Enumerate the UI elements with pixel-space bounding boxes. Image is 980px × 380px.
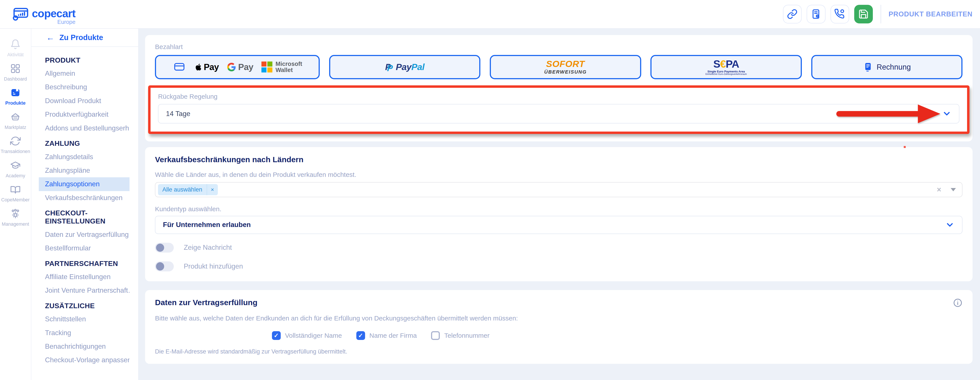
back-to-products-link[interactable]: ← Zu Produkte <box>31 28 138 47</box>
google-icon <box>227 62 236 72</box>
logo-text: copecart Europe <box>32 3 75 25</box>
broken-image-artifact <box>904 146 906 148</box>
support-call-button[interactable] <box>830 5 850 24</box>
checkbox-label: Telefonnummer <box>444 332 489 339</box>
nav-item-zahlungsdetails[interactable]: Zahlungsdetails <box>39 150 129 164</box>
payment-option-card-wallets[interactable]: Pay Pay <box>155 55 320 79</box>
checkbox-unchecked-icon[interactable] <box>431 331 440 340</box>
nav-item-allgemein[interactable]: Allgemein <box>39 67 129 80</box>
bell-icon <box>10 39 21 49</box>
nav-item-joint-venture[interactable]: Joint Venture Partnerschaft… <box>39 284 129 297</box>
copecart-card-icon <box>12 7 29 21</box>
main-content: Bezahlart Pay <box>139 28 980 380</box>
nav-item-zahlungsoptionen[interactable]: Zahlungsoptionen <box>39 177 129 191</box>
customer-type-select[interactable]: Für Unternehmen erlauben <box>155 216 963 234</box>
basket-icon <box>10 112 21 122</box>
checkbox-label: Name der Firma <box>369 332 417 339</box>
document-preview-icon <box>811 9 821 19</box>
dropdown-caret-icon[interactable] <box>951 188 956 191</box>
sidebar-item-produkte[interactable]: Produkte <box>0 85 31 109</box>
sidebar-item-label: Transaktionen <box>1 149 30 154</box>
nav-item-addons[interactable]: Addons und Bestellungserh… <box>39 122 129 135</box>
payment-method-row: Pay Pay <box>155 55 963 79</box>
chevron-down-icon <box>945 220 955 230</box>
sidebar-item-copemember[interactable]: CopeMember <box>0 182 31 206</box>
mode-label: PRODUKT BEARBEITEN <box>889 10 972 18</box>
payment-option-sofort[interactable]: SOFORT ÜBERWEISUNG <box>490 55 641 79</box>
chevron-down-icon <box>942 109 951 119</box>
copecart-logo[interactable]: copecart Europe <box>12 3 75 25</box>
nav-item-bestellformular[interactable]: Bestellformular <box>39 241 129 255</box>
add-product-toggle-row: Produkt hinzufügen <box>155 261 963 271</box>
return-policy-select[interactable]: 14 Tage <box>158 104 959 123</box>
grid-icon <box>10 63 21 74</box>
add-product-toggle[interactable] <box>155 261 174 271</box>
toggle-knob <box>156 244 164 252</box>
multiselect-controls: × <box>937 186 956 193</box>
nav-item-checkout-vorlage[interactable]: Checkout-Vorlage anpassen <box>39 353 129 367</box>
nav-heading-zahlung: ZAHLUNG <box>39 136 129 150</box>
sidebar-item-aktivitaet[interactable]: Aktivität <box>0 36 31 60</box>
checkbox-full-name[interactable]: ✓ Vollständiger Name <box>272 331 342 340</box>
tag-remove-icon[interactable]: × <box>207 184 218 195</box>
credit-card-icon <box>172 62 186 72</box>
microsoft-wallet-text: Microsoft Wallet <box>275 61 302 73</box>
save-button[interactable] <box>854 5 873 24</box>
checkbox-company-name[interactable]: ✓ Name der Firma <box>356 331 417 340</box>
clear-selection-icon[interactable]: × <box>937 186 941 193</box>
checkbox-phone-number[interactable]: Telefonnummer <box>431 331 489 340</box>
nav-heading-partnerschaften: PARTNERSCHAFTEN <box>39 256 129 270</box>
checkbox-checked-icon[interactable]: ✓ <box>272 331 281 340</box>
nav-heading-produkt: PRODUKT <box>39 53 129 67</box>
paypal-logo: P P PayPal <box>385 62 425 72</box>
nav-item-benachrichtigungen[interactable]: Benachrichtigungen <box>39 340 129 353</box>
header-actions: PRODUKT BEARBEITEN <box>783 5 975 24</box>
nav-item-produktverfuegbarkeit[interactable]: Produktverfügbarkeit <box>39 108 129 121</box>
payment-types-card: Bezahlart Pay <box>145 35 972 141</box>
nav-item-tracking[interactable]: Tracking <box>39 326 129 340</box>
annotation-arrow <box>835 104 940 124</box>
restrictions-title: Verkaufsbeschränkungen nach Ländern <box>155 155 963 164</box>
sidebar-item-label: Aktivität <box>7 52 24 57</box>
logo-brand: copecart <box>32 8 75 19</box>
checkbox-checked-icon[interactable]: ✓ <box>356 331 365 340</box>
nav-item-verkaufsbeschraenkungen[interactable]: Verkaufsbeschränkungen <box>39 191 129 205</box>
nav-item-beschreibung[interactable]: Beschreibung <box>39 81 129 94</box>
payment-option-sepa[interactable]: S€PA Single Euro Payments Area Einheitli… <box>651 55 802 79</box>
nav-item-download-produkt[interactable]: Download Produkt <box>39 94 129 108</box>
show-message-toggle-row: Zeige Nachricht <box>155 243 963 253</box>
fulfillment-header: Daten zur Vertragserfüllung <box>155 298 963 307</box>
nav-item-zahlungsplaene[interactable]: Zahlungspläne <box>39 164 129 177</box>
graduation-cap-icon <box>10 160 21 171</box>
preview-page-button[interactable] <box>807 5 826 24</box>
sidebar-item-transaktionen[interactable]: Transaktionen <box>0 133 31 157</box>
return-policy-value: 14 Tage <box>166 110 190 118</box>
country-multiselect[interactable]: Alle auswählen × × <box>155 182 963 197</box>
people-gear-icon <box>10 208 21 219</box>
info-icon[interactable] <box>953 298 963 307</box>
product-settings-sidebar: ← Zu Produkte PRODUKT Allgemein Beschrei… <box>31 28 139 380</box>
nav-heading-zusaetzliche: ZUSÄTZLICHE <box>39 299 129 313</box>
sidebar-item-marktplatz[interactable]: Marktplatz <box>0 109 31 133</box>
payment-option-paypal[interactable]: P P PayPal <box>329 55 480 79</box>
sidebar-item-label: Marktplatz <box>5 125 26 130</box>
logo-region: Europe <box>32 19 75 25</box>
sidebar-item-management[interactable]: Management <box>0 206 31 230</box>
sidebar-item-dashboard[interactable]: Dashboard <box>0 60 31 85</box>
primary-sidebar: Aktivität Dashboard Produkte Marktplatz … <box>0 28 31 380</box>
payment-type-label: Bezahlart <box>155 43 963 51</box>
sepa-logo: S€PA Single Euro Payments Area Einheitli… <box>705 59 747 75</box>
payment-option-rechnung[interactable]: Rechnung <box>811 55 963 79</box>
sidebar-item-academy[interactable]: Academy <box>0 157 31 182</box>
return-policy-annotation-box: Rückgabe Regelung 14 Tage <box>148 86 969 134</box>
settings-nav-list: PRODUKT Allgemein Beschreibung Download … <box>31 47 138 367</box>
show-message-toggle[interactable] <box>155 243 174 253</box>
microsoft-wallet-logo: Microsoft Wallet <box>261 61 302 73</box>
apple-pay-logo: Pay <box>194 62 219 72</box>
nav-item-vertragserfuellung[interactable]: Daten zur Vertragserfüllung <box>39 228 129 241</box>
copy-link-button[interactable] <box>783 5 802 24</box>
open-book-icon <box>10 184 21 195</box>
sofort-logo: SOFORT ÜBERWEISUNG <box>544 60 587 74</box>
nav-item-affiliate[interactable]: Affiliate Einstellungen <box>39 270 129 284</box>
nav-item-schnittstellen[interactable]: Schnittstellen <box>39 312 129 326</box>
